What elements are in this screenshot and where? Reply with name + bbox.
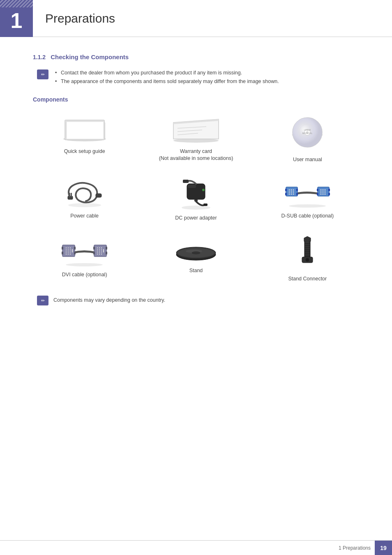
component-user-manual: USER MANUAL User manual	[256, 115, 359, 164]
svg-rect-30	[183, 180, 189, 183]
svg-point-94	[97, 253, 98, 254]
svg-point-74	[68, 251, 69, 252]
component-image-dsub-cable	[285, 176, 330, 208]
svg-point-102	[192, 252, 200, 254]
section-title: Checking the Components	[51, 53, 129, 60]
component-stand-connector: Stand Connector	[256, 234, 359, 283]
svg-rect-49	[317, 193, 318, 195]
component-stand: Stand	[144, 234, 247, 283]
component-image-quick-setup-guide	[60, 115, 109, 144]
svg-point-56	[322, 192, 323, 193]
svg-point-114	[307, 259, 308, 261]
component-image-dvi-cable	[62, 234, 107, 267]
footer-note-icon	[37, 296, 48, 305]
components-grid: Quick setup guide Warranty card(Not avai…	[33, 115, 359, 283]
page-footer: 1 Preparations 19	[0, 540, 392, 555]
svg-point-68	[68, 247, 69, 248]
svg-point-93	[101, 251, 102, 252]
svg-point-57	[324, 192, 325, 193]
svg-rect-64	[62, 252, 63, 254]
svg-rect-84	[106, 252, 107, 254]
svg-rect-3	[67, 122, 104, 139]
svg-rect-82	[93, 252, 95, 254]
component-image-warranty-card	[171, 115, 221, 144]
svg-rect-79	[72, 249, 73, 252]
svg-point-31	[202, 189, 205, 191]
component-label-stand-connector: Stand Connector	[288, 275, 327, 283]
svg-point-38	[288, 190, 290, 191]
footer-page-number: 19	[375, 541, 392, 555]
svg-marker-104	[304, 236, 311, 243]
svg-point-41	[288, 192, 290, 193]
note-bullet-1: Contact the dealer from whom you purchas…	[53, 69, 279, 77]
note-icon	[37, 69, 48, 79]
section-number: 1.1.2	[33, 54, 46, 60]
svg-point-55	[320, 192, 321, 193]
svg-point-78	[70, 253, 71, 254]
component-label-dc-power-adapter: DC power adapter	[175, 215, 217, 222]
svg-point-73	[66, 251, 67, 252]
svg-rect-66	[74, 252, 76, 254]
svg-point-44	[288, 194, 290, 195]
svg-rect-83	[106, 247, 107, 250]
svg-point-67	[66, 247, 67, 248]
svg-point-20	[68, 203, 101, 207]
svg-point-88	[97, 249, 98, 250]
svg-point-45	[291, 194, 292, 195]
svg-point-86	[99, 247, 100, 248]
svg-point-71	[68, 249, 69, 250]
svg-text:USER: USER	[304, 129, 311, 131]
component-quick-setup-guide: Quick setup guide	[33, 115, 136, 164]
chapter-title: Preparations	[45, 12, 115, 25]
footer-note-block: Components may vary depending on the cou…	[33, 295, 359, 305]
component-dsub-cable: D-SUB cable (optional)	[256, 176, 359, 222]
svg-rect-80	[94, 245, 106, 257]
component-label-warranty-card: Warranty card(Not available in some loca…	[159, 148, 233, 162]
svg-rect-51	[328, 193, 330, 195]
note-bullet-2: The appearance of the components and ite…	[53, 77, 279, 86]
svg-point-40	[293, 190, 294, 191]
svg-rect-37	[296, 193, 298, 195]
section-heading: 1.1.2 Checking the Components	[33, 53, 359, 60]
svg-point-92	[99, 251, 100, 252]
svg-rect-22	[69, 193, 70, 197]
svg-rect-34	[285, 189, 287, 191]
svg-rect-63	[62, 247, 63, 250]
svg-point-58	[320, 194, 321, 195]
note-block: Contact the dealer from whom you purchas…	[33, 69, 359, 86]
footer-chapter-label: 1 Preparations	[339, 545, 375, 551]
page-header: 1 Preparations	[0, 0, 392, 37]
svg-point-52	[320, 190, 321, 191]
svg-rect-36	[296, 189, 298, 191]
component-power-cable: Power cable	[33, 176, 136, 222]
components-heading: Components	[33, 96, 359, 103]
component-dvi-cable: DVI cable (optional)	[33, 234, 136, 283]
svg-point-85	[97, 247, 98, 248]
svg-point-59	[322, 194, 323, 195]
svg-rect-81	[93, 247, 95, 250]
svg-point-43	[293, 192, 294, 193]
svg-text:MANUAL: MANUAL	[302, 132, 313, 134]
component-image-dc-power-adapter	[175, 176, 217, 210]
svg-point-53	[322, 190, 323, 191]
svg-rect-24	[96, 194, 101, 197]
component-label-quick-setup-guide: Quick setup guide	[64, 148, 105, 155]
svg-point-96	[101, 253, 102, 254]
svg-rect-35	[285, 193, 287, 195]
component-label-dsub-cable: D-SUB cable (optional)	[281, 213, 334, 220]
chapter-number: 1	[11, 10, 23, 31]
footer-note-text: Components may vary depending on the cou…	[53, 297, 165, 303]
component-label-dvi-cable: DVI cable (optional)	[62, 271, 107, 279]
note-text: Contact the dealer from whom you purchas…	[53, 69, 279, 86]
svg-rect-65	[74, 247, 76, 250]
svg-point-90	[101, 249, 102, 250]
svg-point-32	[289, 204, 326, 208]
svg-point-39	[291, 190, 292, 191]
component-dc-power-adapter: DC power adapter	[144, 176, 247, 222]
svg-rect-62	[62, 245, 75, 257]
component-image-user-manual: USER MANUAL	[289, 115, 326, 152]
component-image-stand-connector	[293, 234, 322, 271]
component-image-stand	[173, 234, 219, 263]
component-warranty-card: Warranty card(Not available in some loca…	[144, 115, 247, 164]
svg-rect-29	[203, 204, 208, 206]
